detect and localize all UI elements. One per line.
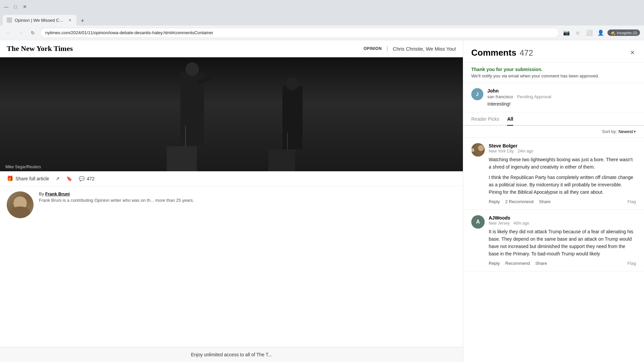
- avatar-ajwoods: A: [471, 215, 485, 229]
- tab-title: Opinion | We Missed Chris Chri...: [15, 18, 64, 23]
- minimize-button[interactable]: —: [3, 3, 9, 10]
- comments-total-count: 472: [520, 48, 533, 58]
- close-comments-button[interactable]: ×: [629, 47, 636, 58]
- article-side: The New York Times OPINION Chris Christi…: [0, 40, 463, 362]
- active-tab[interactable]: Opinion | We Missed Chris Chri... ✕: [3, 15, 76, 25]
- pending-location: san francisco: [487, 94, 513, 99]
- figure-left-body: [180, 72, 204, 146]
- bookmark-icon: 🔖: [66, 176, 72, 181]
- comment-username-aj: AJWoods: [489, 215, 636, 221]
- image-caption: Mike Segar/Reuters: [5, 165, 41, 169]
- nyt-nav: OPINION Chris Christie, We Miss You!: [364, 46, 456, 52]
- tab-all[interactable]: All: [507, 116, 513, 126]
- main-area: The New York Times OPINION Chris Christi…: [0, 40, 644, 362]
- mic-stand-left: [185, 126, 186, 146]
- reply-button-aj[interactable]: Reply: [489, 261, 500, 266]
- sort-label: Sort by:: [602, 129, 617, 134]
- mic-stand-right: [287, 133, 288, 149]
- nyt-header: The New York Times OPINION Chris Christi…: [0, 40, 463, 57]
- toolbar: 🎁 Share full article ↗ 🔖 💬 472: [0, 171, 463, 186]
- comment-meta-steve: New York City 24m ago: [489, 149, 636, 154]
- pending-username: John: [487, 88, 636, 94]
- pending-text: Interesting!: [487, 101, 636, 107]
- author-bio: Frank Bruni is a contributing Opinion wr…: [39, 198, 456, 203]
- share-button-steve[interactable]: Share: [539, 199, 551, 204]
- opinion-label: OPINION: [364, 46, 382, 51]
- comment-ajwoods: A AJWoods New Jersey 40m ago It is likel…: [463, 210, 644, 272]
- avatar-steve-bolger: [471, 143, 485, 157]
- comment-text-aj: It is likely they did not attack Trump b…: [489, 228, 636, 257]
- pending-user-avatar: J: [471, 88, 483, 100]
- svg-point-1: [476, 151, 485, 157]
- author-section: By Frank Bruni Frank Bruni is a contribu…: [0, 186, 463, 224]
- avatar-img-sb: [474, 143, 485, 157]
- author-name-link[interactable]: Frank Bruni: [45, 191, 70, 196]
- recommend-button-aj[interactable]: Recommend: [505, 261, 530, 266]
- maximize-button[interactable]: □: [12, 3, 19, 10]
- submission-notice: Thank you for your submission. We'll not…: [463, 63, 644, 83]
- comment-meta-aj: New Jersey 40m ago: [489, 221, 636, 226]
- share-full-article-button[interactable]: 🎁 Share full article: [7, 175, 49, 182]
- flag-button-steve[interactable]: Flag: [628, 199, 636, 204]
- browser-chrome: — □ ✕ Opinion | We Missed Chris Chri... …: [0, 0, 644, 40]
- recommend-button-steve[interactable]: 2 Recommend: [505, 199, 534, 204]
- figure-right-body: [282, 86, 303, 149]
- tab-reader-picks[interactable]: Reader Picks: [471, 116, 499, 126]
- reload-button[interactable]: ↻: [28, 28, 38, 38]
- nav-divider: [387, 46, 387, 51]
- comments-title-row: Comments 472: [471, 48, 533, 58]
- nyt-logo: The New York Times: [7, 44, 73, 53]
- sort-value[interactable]: Newest: [619, 129, 633, 134]
- paywall-banner[interactable]: Enjoy unlimited access to all of The T..…: [0, 347, 463, 362]
- comments-icon: 💬: [79, 176, 85, 181]
- comments-header: Comments 472 ×: [463, 40, 644, 63]
- comments-title: Comments: [471, 48, 516, 58]
- tab-favicon: [7, 17, 12, 23]
- comments-button[interactable]: 💬 472: [79, 176, 94, 181]
- author-avatar-img: [7, 191, 34, 218]
- byline-prefix: By: [39, 191, 44, 196]
- star-icon[interactable]: ☆: [573, 28, 583, 38]
- bookmark-button[interactable]: 🔖: [66, 176, 72, 181]
- author-avatar: [7, 191, 34, 218]
- profile-icon[interactable]: 👤: [596, 28, 605, 38]
- comment-time-steve: 24m ago: [518, 149, 533, 154]
- address-input[interactable]: nytimes.com/2024/01/11/opinion/iowa-deba…: [40, 28, 559, 38]
- tab-close-button[interactable]: ✕: [67, 17, 72, 23]
- address-bar: ← → ↻ nytimes.com/2024/01/11/opinion/iow…: [0, 25, 644, 40]
- thank-you-text: Thank you for your submission.: [471, 67, 636, 72]
- camera-icon[interactable]: 📷: [562, 28, 571, 38]
- sort-chevron-icon: ▾: [634, 129, 636, 134]
- podium-left: [167, 146, 197, 171]
- pending-comment: J John san francisco Pending Approval In…: [463, 83, 644, 112]
- approval-notice: We'll notify you via email when your com…: [471, 73, 636, 78]
- new-tab-button[interactable]: +: [78, 16, 87, 25]
- comment-body-steve-bolger: Steve Bolger New York City 24m ago Watch…: [489, 143, 636, 204]
- debate-scene: [0, 57, 463, 171]
- close-window-button[interactable]: ✕: [21, 3, 28, 10]
- filter-tabs: Reader Picks All: [463, 112, 644, 126]
- author-info: By Frank Bruni Frank Bruni is a contribu…: [39, 191, 456, 203]
- podium-right: [268, 149, 295, 171]
- share-icon: 🎁: [7, 175, 13, 182]
- back-button[interactable]: ←: [4, 28, 13, 38]
- comments-count: 472: [87, 176, 94, 181]
- comment-location-aj: New Jersey: [489, 221, 510, 226]
- author-byline: By Frank Bruni: [39, 191, 456, 196]
- svg-point-0: [478, 145, 484, 151]
- tabs-bar: Opinion | We Missed Chris Chri... ✕ +: [0, 13, 644, 25]
- comments-panel: Comments 472 × Thank you for your submis…: [463, 40, 644, 362]
- share-label: Share full article: [15, 176, 49, 181]
- share-button-aj[interactable]: Share: [535, 261, 547, 266]
- figure-left-arm: [197, 77, 211, 84]
- url-text: nytimes.com/2024/01/11/opinion/iowa-deba…: [45, 30, 213, 35]
- incognito-badge: 🕵 Incognito (2): [607, 29, 640, 36]
- paywall-text: Enjoy unlimited access to all of The T..…: [191, 352, 272, 357]
- sort-row: Sort by: Newest ▾: [463, 126, 644, 138]
- figure-left-head: [185, 62, 199, 76]
- reply-button-steve[interactable]: Reply: [489, 199, 500, 204]
- forward-button[interactable]: →: [16, 28, 25, 38]
- extension-icon[interactable]: ⬜: [585, 28, 594, 38]
- flag-button-aj[interactable]: Flag: [628, 261, 636, 266]
- share-button[interactable]: ↗: [56, 176, 60, 181]
